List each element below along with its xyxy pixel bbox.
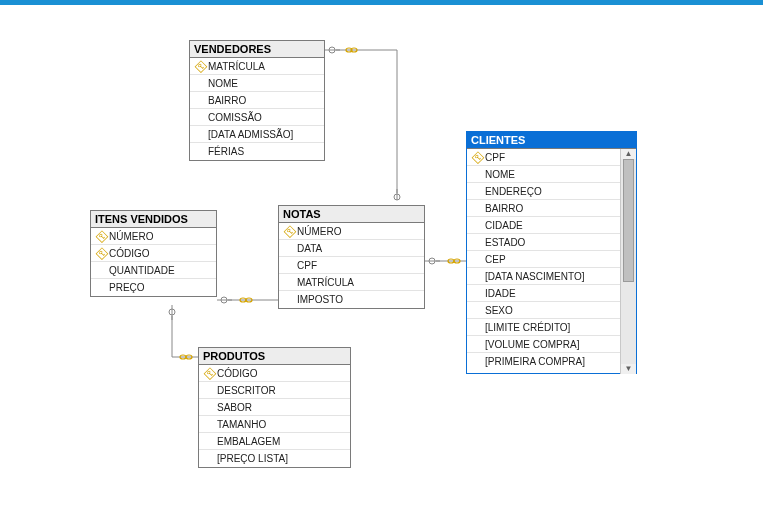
- table-rows: ⚿CPFNOMEENDEREÇOBAIRROCIDADEESTADOCEP[DA…: [467, 149, 620, 374]
- table-field[interactable]: ⚿CÓDIGO: [199, 365, 350, 382]
- table-field[interactable]: FÉRIAS: [190, 143, 324, 160]
- svg-point-10: [454, 259, 460, 263]
- table-field[interactable]: NOME: [467, 166, 620, 183]
- table-field[interactable]: [PRIMEIRA COMPRA]: [467, 353, 620, 370]
- field-name: MATRÍCULA: [297, 277, 354, 288]
- field-name: BAIRRO: [208, 95, 246, 106]
- field-name: [VOLUME COMPRA]: [485, 339, 579, 350]
- table-header[interactable]: VENDEDORES: [190, 41, 324, 58]
- table-header[interactable]: CLIENTES: [467, 132, 636, 149]
- field-name: [DATA ADMISSÃO]: [208, 129, 293, 140]
- field-name: ENDEREÇO: [485, 186, 542, 197]
- svg-point-4: [394, 194, 400, 200]
- table-itens-vendidos[interactable]: ITENS VENDIDOS ⚿NÚMERO⚿CÓDIGOQUANTIDADEP…: [90, 210, 217, 297]
- table-field[interactable]: DESCRITOR: [199, 382, 350, 399]
- scroll-down-icon[interactable]: ▼: [625, 365, 633, 373]
- primary-key-icon: ⚿: [471, 152, 485, 163]
- table-field[interactable]: BAIRRO: [190, 92, 324, 109]
- svg-point-14: [240, 298, 246, 302]
- table-field[interactable]: SABOR: [199, 399, 350, 416]
- field-name: ESTADO: [485, 237, 525, 248]
- field-name: IDADE: [485, 288, 516, 299]
- svg-point-7: [429, 258, 435, 264]
- table-field[interactable]: IMPOSTO: [279, 291, 424, 308]
- field-name: EMBALAGEM: [217, 436, 280, 447]
- svg-point-2: [346, 48, 352, 52]
- table-field[interactable]: CEP: [467, 251, 620, 268]
- table-field[interactable]: TAMANHO: [199, 416, 350, 433]
- field-name: NOME: [485, 169, 515, 180]
- scrollbar[interactable]: ▲ ▼: [620, 149, 636, 374]
- field-name: SEXO: [485, 305, 513, 316]
- primary-key-icon: ⚿: [203, 368, 217, 379]
- table-field[interactable]: PREÇO: [91, 279, 216, 296]
- primary-key-icon: ⚿: [283, 226, 297, 237]
- table-field[interactable]: ⚿CPF: [467, 149, 620, 166]
- field-name: CIDADE: [485, 220, 523, 231]
- table-field[interactable]: [DATA NASCIMENTO]: [467, 268, 620, 285]
- svg-point-15: [246, 298, 252, 302]
- field-name: BAIRRO: [485, 203, 523, 214]
- field-name: CEP: [485, 254, 506, 265]
- table-field[interactable]: [PREÇO LISTA]: [199, 450, 350, 467]
- field-name: QUANTIDADE: [109, 265, 175, 276]
- primary-key-icon: ⚿: [194, 61, 208, 72]
- field-name: DESCRITOR: [217, 385, 276, 396]
- table-field[interactable]: ⚿MATRÍCULA: [190, 58, 324, 75]
- field-name: TAMANHO: [217, 419, 266, 430]
- diagram-canvas: VENDEDORES ⚿MATRÍCULANOMEBAIRROCOMISSÃO[…: [0, 5, 763, 528]
- table-field[interactable]: MATRÍCULA: [279, 274, 424, 291]
- field-name: NOME: [208, 78, 238, 89]
- table-field[interactable]: ESTADO: [467, 234, 620, 251]
- field-name: MATRÍCULA: [208, 61, 265, 72]
- scroll-up-icon[interactable]: ▲: [625, 150, 633, 158]
- table-clientes[interactable]: CLIENTES ⚿CPFNOMEENDEREÇOBAIRROCIDADEEST…: [466, 131, 637, 374]
- table-produtos[interactable]: PRODUTOS ⚿CÓDIGODESCRITORSABORTAMANHOEMB…: [198, 347, 351, 468]
- svg-point-9: [448, 259, 454, 263]
- table-field[interactable]: SEXO: [467, 302, 620, 319]
- table-field[interactable]: [VOLUME COMPRA]: [467, 336, 620, 353]
- table-field[interactable]: COMISSÃO: [190, 109, 324, 126]
- table-field[interactable]: IDADE: [467, 285, 620, 302]
- table-field[interactable]: NOME: [190, 75, 324, 92]
- svg-point-17: [180, 355, 186, 359]
- field-name: CÓDIGO: [217, 368, 258, 379]
- field-name: [PRIMEIRA COMPRA]: [485, 356, 585, 367]
- field-name: SABOR: [217, 402, 252, 413]
- table-rows: ⚿MATRÍCULANOMEBAIRROCOMISSÃO[DATA ADMISS…: [190, 58, 324, 160]
- table-field[interactable]: ⚿NÚMERO: [279, 223, 424, 240]
- scroll-thumb[interactable]: [623, 159, 634, 282]
- table-rows: ⚿NÚMERO⚿CÓDIGOQUANTIDADEPREÇO: [91, 228, 216, 296]
- table-field[interactable]: ENDEREÇO: [467, 183, 620, 200]
- table-field[interactable]: QUANTIDADE: [91, 262, 216, 279]
- field-name: DATA: [297, 243, 322, 254]
- svg-point-3: [351, 48, 357, 52]
- primary-key-icon: ⚿: [95, 248, 109, 259]
- table-field[interactable]: CPF: [279, 257, 424, 274]
- field-name: CPF: [297, 260, 317, 271]
- table-vendedores[interactable]: VENDEDORES ⚿MATRÍCULANOMEBAIRROCOMISSÃO[…: [189, 40, 325, 161]
- table-header[interactable]: ITENS VENDIDOS: [91, 211, 216, 228]
- field-name: CÓDIGO: [109, 248, 150, 259]
- table-rows: ⚿NÚMERODATACPFMATRÍCULAIMPOSTO: [279, 223, 424, 308]
- scroll-track[interactable]: [621, 159, 636, 364]
- table-field[interactable]: [LIMITE CRÉDITO]: [467, 319, 620, 336]
- field-name: COMISSÃO: [208, 112, 262, 123]
- svg-point-0: [329, 47, 335, 53]
- field-name: PREÇO: [109, 282, 145, 293]
- field-name: IMPOSTO: [297, 294, 343, 305]
- table-field[interactable]: CIDADE: [467, 217, 620, 234]
- table-field[interactable]: ⚿NÚMERO: [91, 228, 216, 245]
- field-name: NÚMERO: [297, 226, 341, 237]
- table-field[interactable]: [DATA ADMISSÃO]: [190, 126, 324, 143]
- table-field[interactable]: ⚿CÓDIGO: [91, 245, 216, 262]
- table-field[interactable]: BAIRRO: [467, 200, 620, 217]
- table-field[interactable]: DATA: [279, 240, 424, 257]
- table-field[interactable]: EMBALAGEM: [199, 433, 350, 450]
- field-name: FÉRIAS: [208, 146, 244, 157]
- table-header[interactable]: PRODUTOS: [199, 348, 350, 365]
- field-name: [LIMITE CRÉDITO]: [485, 322, 570, 333]
- table-header[interactable]: NOTAS: [279, 206, 424, 223]
- table-rows: ⚿CÓDIGODESCRITORSABORTAMANHOEMBALAGEM[PR…: [199, 365, 350, 467]
- table-notas[interactable]: NOTAS ⚿NÚMERODATACPFMATRÍCULAIMPOSTO: [278, 205, 425, 309]
